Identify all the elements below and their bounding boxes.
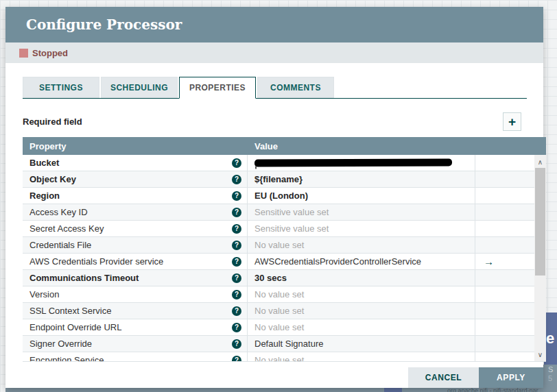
property-name: SSL Context Service bbox=[29, 306, 232, 316]
table-row: Encryption Service?No value set bbox=[23, 352, 534, 362]
property-name: Credentials File bbox=[29, 240, 232, 250]
scroll-up-icon[interactable]: ∧ bbox=[534, 156, 546, 167]
column-header-value: Value bbox=[248, 141, 278, 151]
property-value-cell[interactable]: Sensitive value set bbox=[248, 204, 475, 220]
help-icon[interactable]: ? bbox=[232, 306, 241, 316]
help-icon[interactable]: ? bbox=[232, 158, 241, 168]
property-name-cell: Signer Override? bbox=[23, 336, 248, 352]
service-link-cell bbox=[475, 237, 534, 253]
service-link-cell bbox=[475, 336, 534, 352]
property-name-cell: Bucket? bbox=[23, 155, 248, 171]
scrollbar-thumb[interactable] bbox=[535, 168, 545, 275]
property-name-cell: Access Key ID? bbox=[23, 204, 248, 220]
property-name-cell: Secret Access Key? bbox=[23, 221, 248, 236]
apply-button[interactable]: APPLY bbox=[479, 367, 543, 388]
help-icon[interactable]: ? bbox=[232, 290, 241, 299]
table-header: Property Value bbox=[23, 137, 546, 155]
service-link-cell bbox=[475, 204, 534, 220]
vertical-scrollbar[interactable]: ∧ ∨ bbox=[534, 155, 546, 361]
table-row: Version?No value set bbox=[23, 286, 534, 303]
tab-properties[interactable]: PROPERTIES bbox=[179, 77, 256, 99]
background-letter: e bbox=[546, 330, 554, 347]
service-link-cell bbox=[475, 221, 534, 236]
redacted-value-bar bbox=[254, 158, 452, 167]
property-name: Secret Access Key bbox=[29, 223, 232, 234]
cancel-button[interactable]: CANCEL bbox=[408, 367, 479, 388]
add-property-button[interactable]: + bbox=[503, 112, 521, 131]
help-icon[interactable]: ? bbox=[232, 339, 241, 349]
column-header-property: Property bbox=[23, 141, 248, 151]
property-name-cell: AWS Credentials Provider service? bbox=[23, 254, 248, 269]
background-letter: S bbox=[548, 365, 553, 373]
property-name: Object Key bbox=[29, 174, 232, 184]
table-row: Credentials File?No value set bbox=[23, 237, 534, 254]
service-link-cell bbox=[475, 352, 534, 362]
property-name: Region bbox=[29, 191, 232, 201]
property-value-cell[interactable]: ${filename} bbox=[248, 171, 475, 187]
background-footer-text: org.apache.nifi - nifi-standard-nar bbox=[447, 387, 543, 392]
service-link-cell bbox=[475, 286, 534, 302]
service-link-cell bbox=[475, 319, 534, 335]
tab-scheduling[interactable]: SCHEDULING bbox=[101, 77, 178, 98]
help-icon[interactable]: ? bbox=[232, 191, 241, 201]
tab-bar: SETTINGS SCHEDULING PROPERTIES COMMENTS bbox=[23, 77, 527, 99]
help-icon[interactable]: ? bbox=[232, 241, 241, 250]
property-name: Communications Timeout bbox=[29, 273, 232, 283]
scroll-down-icon[interactable]: ∨ bbox=[534, 349, 546, 360]
help-icon[interactable]: ? bbox=[232, 273, 241, 283]
property-name: Access Key ID bbox=[29, 207, 232, 217]
background-digit: 5 bbox=[548, 374, 552, 382]
dialog-button-bar: CANCEL APPLY bbox=[408, 367, 543, 388]
property-name-cell: Version? bbox=[23, 286, 248, 302]
property-value-cell[interactable]: AWSCredentialsProviderControllerService bbox=[248, 254, 475, 269]
property-name: Version bbox=[29, 289, 232, 299]
property-name-cell: Communications Timeout? bbox=[23, 270, 248, 286]
table-row: Object Key?${filename} bbox=[23, 171, 534, 188]
background-text-fragment: S5 bbox=[548, 365, 557, 386]
table-viewport: Bucket?Object Key?${filename}Region?EU (… bbox=[23, 155, 546, 362]
help-icon[interactable]: ? bbox=[232, 356, 241, 363]
required-field-label: Required field bbox=[23, 117, 82, 127]
help-icon[interactable]: ? bbox=[232, 224, 241, 234]
service-link-cell bbox=[475, 171, 534, 187]
status-bar: Stopped bbox=[5, 42, 543, 63]
property-value-cell[interactable]: No value set bbox=[248, 237, 475, 253]
property-value-cell[interactable]: No value set bbox=[248, 303, 475, 319]
table-row: Access Key ID?Sensitive value set bbox=[23, 204, 534, 221]
property-name-cell: Encryption Service? bbox=[23, 352, 248, 362]
status-label: Stopped bbox=[32, 48, 68, 58]
properties-table: Property Value Bucket?Object Key?${filen… bbox=[23, 137, 546, 362]
go-to-service-icon[interactable]: → bbox=[484, 256, 494, 267]
service-link-cell: → bbox=[475, 254, 534, 269]
property-value-cell[interactable]: No value set bbox=[248, 352, 475, 362]
property-name-cell: Region? bbox=[23, 188, 248, 204]
property-name: Endpoint Override URL bbox=[29, 322, 232, 332]
help-icon[interactable]: ? bbox=[232, 175, 241, 184]
tab-settings[interactable]: SETTINGS bbox=[23, 77, 99, 98]
configure-processor-dialog: Configure Processor Stopped SETTINGS SCH… bbox=[5, 7, 543, 388]
property-value-cell[interactable]: Sensitive value set bbox=[248, 221, 475, 236]
property-name-cell: Credentials File? bbox=[23, 237, 248, 253]
service-link-cell bbox=[475, 155, 534, 171]
help-icon[interactable]: ? bbox=[232, 323, 241, 332]
table-row: Endpoint Override URL?No value set bbox=[23, 319, 534, 336]
table-toolbar: Required field + bbox=[23, 110, 527, 133]
property-value-cell[interactable]: No value set bbox=[248, 286, 475, 302]
property-name: Bucket bbox=[29, 158, 232, 168]
property-value-cell[interactable]: Default Signature bbox=[248, 336, 475, 352]
table-row: Bucket? bbox=[23, 155, 534, 171]
dialog-header: Configure Processor bbox=[5, 7, 543, 42]
table-row: Secret Access Key?Sensitive value set bbox=[23, 221, 534, 237]
help-icon[interactable]: ? bbox=[232, 208, 241, 217]
background-button-fragment bbox=[384, 388, 402, 392]
service-link-cell bbox=[475, 303, 534, 319]
property-value-cell[interactable]: No value set bbox=[248, 319, 475, 335]
property-name-cell: Object Key? bbox=[23, 171, 248, 187]
property-value-cell[interactable]: 30 secs bbox=[248, 270, 475, 286]
property-value-cell[interactable] bbox=[248, 155, 475, 171]
table-row: Signer Override?Default Signature bbox=[23, 336, 534, 352]
tab-comments[interactable]: COMMENTS bbox=[257, 77, 334, 98]
property-value-cell[interactable]: EU (London) bbox=[248, 188, 475, 204]
help-icon[interactable]: ? bbox=[232, 257, 241, 267]
dialog-title: Configure Processor bbox=[26, 16, 182, 33]
